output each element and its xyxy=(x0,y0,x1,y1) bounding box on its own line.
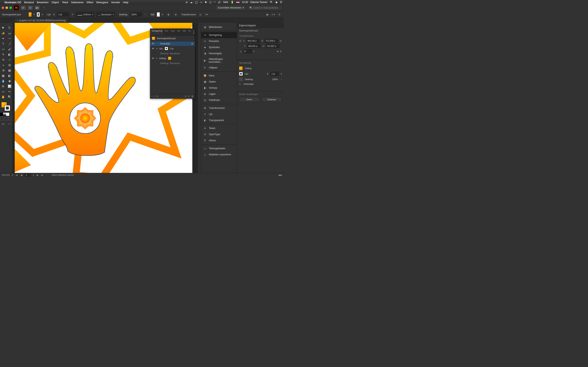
vertical-scrollbar[interactable] xyxy=(198,23,201,173)
panel-item-pathfinder[interactable]: ◫Pathfinder xyxy=(201,97,237,103)
direct-selection-tool[interactable] xyxy=(6,25,13,31)
appearance-floating-panel[interactable]: Vormgeving Pen Sym Kle Afb Uit » ≡ Samen… xyxy=(150,29,195,99)
menu-text[interactable]: Tekst xyxy=(62,1,68,4)
zoom-dd-icon[interactable]: ▾ xyxy=(11,174,13,176)
line-tool[interactable]: ╱ xyxy=(6,41,13,47)
panel-item-trace[interactable]: ◐Afbeeldingen overtrekke... xyxy=(201,57,237,65)
shape-builder-tool[interactable]: ◔ xyxy=(0,68,6,73)
screen-mode-button[interactable]: ▭ xyxy=(0,121,6,126)
menu-view[interactable]: Weergave xyxy=(96,1,108,4)
battery-icon[interactable]: 🔋 xyxy=(231,1,234,4)
fp-row-line[interactable]: 👁 ▾ Lijn: 2 pt xyxy=(150,46,195,51)
minimize-window-button[interactable] xyxy=(6,7,8,9)
flip-h-icon[interactable]: ⇋ xyxy=(277,50,279,53)
panel-item-character[interactable]: ATeken xyxy=(201,125,237,131)
fp-tab-pen[interactable]: Pen xyxy=(164,29,170,35)
edit-toolbar-button[interactable]: ⋯ xyxy=(6,121,13,126)
color-mode-solid[interactable] xyxy=(0,113,3,116)
scale-tool[interactable]: ⤢ xyxy=(6,57,13,62)
curvature-tool[interactable]: 〰 xyxy=(6,36,13,41)
menu-effect[interactable]: Effect xyxy=(86,1,93,4)
close-tab-icon[interactable]: × xyxy=(17,19,18,22)
color-mode-gradient[interactable] xyxy=(3,113,6,116)
artboard-number-input[interactable] xyxy=(25,174,31,177)
panel-item-appearance[interactable]: ☀Vormgeving xyxy=(201,32,237,38)
properties-tab[interactable]: Eigenschappen xyxy=(237,23,284,28)
arrange-docs-button[interactable]: ▦▾ xyxy=(35,6,40,10)
fp-delete-icon[interactable]: 🗑 xyxy=(191,95,194,98)
rectangle-tool[interactable]: ▭ xyxy=(0,47,6,52)
fp-row-opacity1[interactable]: Dekking: Standaard xyxy=(150,51,195,56)
fp-row-fill[interactable]: 👁 ▸ Vulling: xyxy=(150,56,195,61)
chevron-right-icon[interactable]: › xyxy=(144,13,146,16)
transform-more-icon[interactable]: ⋯ xyxy=(239,55,282,58)
panel-collapse-icon[interactable]: « xyxy=(2,19,3,21)
stroke-weight-input[interactable] xyxy=(57,12,69,17)
fill-swatch[interactable] xyxy=(29,12,32,17)
flip-v-icon[interactable]: ⥮ xyxy=(280,50,282,53)
selection-tool[interactable] xyxy=(0,25,6,31)
user-name[interactable]: Etienne Toonen xyxy=(251,1,268,4)
width-tool[interactable]: ⟛ xyxy=(0,62,6,68)
rotate-tool[interactable]: ⟲ xyxy=(0,57,6,62)
chevron-down-icon[interactable]: ▾ xyxy=(162,13,163,16)
snap-icon[interactable]: ⊩▾ xyxy=(271,12,276,17)
fp-new-stroke-icon[interactable]: ▫ xyxy=(151,95,152,98)
transform-link[interactable]: Transformeren xyxy=(181,13,196,16)
panel-item-brushes[interactable]: ✏Penselen xyxy=(201,38,237,44)
panel-item-export[interactable]: ⭳Middelen exporteren xyxy=(201,151,237,158)
panel-item-symbols[interactable]: ♣Symbolen xyxy=(201,44,237,50)
screen-icon[interactable]: ▭ xyxy=(200,1,202,4)
transform-w-input[interactable] xyxy=(265,39,278,43)
chevron-down-icon[interactable]: ▾ xyxy=(34,13,35,16)
app-menu[interactable]: Illustrator CC xyxy=(4,1,21,4)
variable-width-dropdown[interactable]: Uniform xyxy=(76,12,94,17)
fp-collapse-icon[interactable]: » ≡ xyxy=(192,29,196,35)
draw-normal[interactable] xyxy=(0,117,4,120)
grid-icon[interactable]: ▦ xyxy=(265,12,269,17)
zoom-level[interactable]: 133,51% xyxy=(2,174,9,176)
hand-tool[interactable]: ✋ xyxy=(0,94,6,100)
panel-item-transparency[interactable]: ◐Transparantie xyxy=(201,117,237,123)
quick-arrange-button[interactable]: Ordenen xyxy=(261,97,282,102)
menu-edit[interactable]: Bewerken xyxy=(37,1,49,4)
panel-item-opentype[interactable]: OOpenType xyxy=(201,131,237,137)
panel-collapse-right-icon[interactable]: » xyxy=(236,19,284,21)
panel-item-artboards[interactable]: ▭Tekengebieden xyxy=(201,145,237,151)
first-artboard-icon[interactable]: ⏮ xyxy=(15,174,18,176)
rotate-input[interactable] xyxy=(243,49,252,53)
mesh-tool[interactable]: ▩ xyxy=(0,73,6,78)
draw-inside[interactable] xyxy=(9,117,12,120)
artboard-tool[interactable]: ▭ xyxy=(0,89,6,94)
visibility-icon[interactable]: 👁 xyxy=(152,57,155,59)
stroke-color-icon[interactable] xyxy=(4,105,10,111)
help-search-input[interactable]: 🔍 Zoeken in Help bij Adobe xyxy=(247,6,282,10)
tools-grip-icon[interactable]: ⋮⋮ xyxy=(0,24,12,25)
document-tab[interactable]: × puspha 2.ai* @ 133,51% (RGB/Voorverton… xyxy=(15,18,68,23)
airplay-icon[interactable]: ▢ xyxy=(209,1,212,4)
volume-icon[interactable]: 🔊 xyxy=(218,1,221,4)
battery-text[interactable]: 54% xyxy=(223,1,228,4)
zoom-tool[interactable]: 🔍 xyxy=(6,94,13,100)
prev-artboard-icon[interactable]: ◀ xyxy=(20,174,23,176)
transform-x-input[interactable] xyxy=(246,39,260,43)
fp-tab-appearance[interactable]: Vormgeving xyxy=(150,29,164,35)
symbol-sprayer-tool[interactable]: ⚙ xyxy=(0,83,6,89)
last-artboard-icon[interactable]: ⏭ xyxy=(41,174,44,176)
bluetooth-icon[interactable]: ✱ xyxy=(205,1,207,4)
panel-item-libraries[interactable]: ▤Bibliotheken xyxy=(201,24,237,30)
chevron-down-icon[interactable]: ▾ xyxy=(71,13,74,16)
align-icon[interactable]: ⊞ xyxy=(174,12,177,17)
clock-text[interactable]: 14:30 xyxy=(242,1,248,4)
opacity-input[interactable] xyxy=(130,12,142,17)
gradient-tool[interactable]: ◧ xyxy=(6,73,13,78)
eyedropper-tool[interactable]: 💧 xyxy=(0,78,6,83)
chevron-right-icon[interactable]: ▸ xyxy=(156,57,157,59)
fill-swatch[interactable] xyxy=(239,67,243,70)
control-center-icon[interactable]: ◯ xyxy=(195,1,198,4)
panel-item-layers[interactable]: ≣Lagen xyxy=(201,91,237,97)
fp-tab-afb[interactable]: Afb xyxy=(182,29,187,35)
fp-row-opacity2[interactable]: Dekking: Standaard xyxy=(150,61,195,66)
transform-y-input[interactable] xyxy=(247,44,261,48)
fp-stroke-swatch[interactable] xyxy=(165,47,168,50)
